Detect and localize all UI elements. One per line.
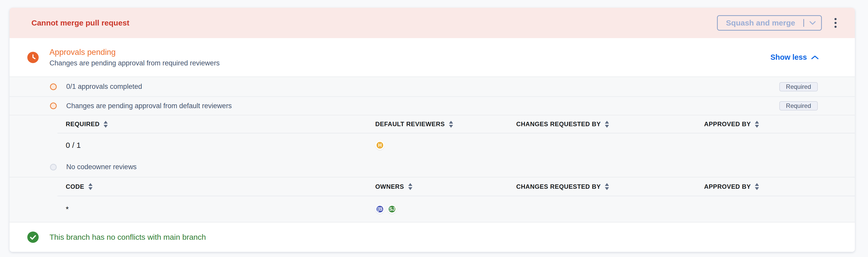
merge-options-chevron[interactable]	[804, 21, 821, 25]
check-row-approvals-count: 0/1 approvals completed Required	[9, 76, 855, 96]
sort-icon	[449, 121, 453, 128]
check-row-codeowners: No codeowner reviews	[9, 157, 855, 178]
reviewers-panel: REQUIRED DEFAULT REVIEWERS CHANGES REQUE…	[9, 115, 855, 222]
table-row: * [B SJ	[58, 196, 855, 222]
kebab-dot	[835, 18, 837, 20]
chevron-up-icon	[811, 55, 819, 60]
kebab-menu-button[interactable]	[832, 16, 839, 30]
column-header-changes-requested-by[interactable]: CHANGES REQUESTED BY	[516, 183, 704, 190]
approvals-pending-title: Approvals pending	[50, 46, 770, 58]
column-header-approved-by[interactable]: APPROVED BY	[704, 183, 855, 190]
sort-icon	[755, 183, 759, 190]
banner-title: Cannot merge pull request	[31, 19, 717, 27]
avatar[interactable]: [B	[375, 204, 384, 214]
merge-checks-card: Cannot merge pull request Squash and mer…	[9, 8, 855, 252]
show-less-label: Show less	[770, 53, 807, 62]
column-header-required[interactable]: REQUIRED	[58, 121, 375, 128]
sort-icon	[755, 121, 759, 128]
sort-icon	[605, 121, 609, 128]
no-conflicts-message: This branch has no conflicts with main b…	[50, 233, 206, 242]
neutral-circle-icon	[50, 164, 57, 170]
required-count-cell: 0 / 1	[58, 141, 375, 150]
required-badge: Required	[779, 101, 818, 110]
required-badge: Required	[779, 82, 818, 91]
pending-circle-icon	[50, 84, 57, 90]
no-conflicts-row: This branch has no conflicts with main b…	[9, 222, 855, 252]
merge-button-label: Squash and merge	[718, 19, 803, 27]
cannot-merge-banner: Cannot merge pull request Squash and mer…	[9, 8, 855, 38]
check-label: Changes are pending approval from defaul…	[66, 102, 232, 110]
squash-and-merge-button[interactable]: Squash and merge	[717, 15, 822, 31]
avatar[interactable]: H	[375, 140, 384, 150]
default-reviewers-cell: H	[375, 140, 516, 150]
column-header-code[interactable]: CODE	[58, 183, 375, 190]
success-check-icon	[27, 231, 39, 243]
pending-circle-icon	[50, 102, 57, 109]
required-reviewers-table: REQUIRED DEFAULT REVIEWERS CHANGES REQUE…	[58, 116, 855, 157]
kebab-dot	[835, 26, 837, 28]
check-row-default-reviewers: Changes are pending approval from defaul…	[9, 96, 855, 115]
chevron-down-icon	[809, 21, 816, 25]
show-less-link[interactable]: Show less	[770, 53, 819, 62]
clock-pending-icon	[27, 52, 39, 63]
sort-icon	[103, 121, 108, 128]
approvals-pending-subtitle: Changes are pending approval from requir…	[50, 58, 770, 68]
kebab-dot	[835, 22, 837, 24]
column-header-default-reviewers[interactable]: DEFAULT REVIEWERS	[375, 121, 516, 128]
column-header-approved-by[interactable]: APPROVED BY	[704, 121, 855, 128]
approvals-pending-section-header: Approvals pending Changes are pending ap…	[9, 38, 855, 76]
column-header-changes-requested-by[interactable]: CHANGES REQUESTED BY	[516, 121, 704, 128]
avatar[interactable]: SJ	[388, 204, 397, 214]
column-header-owners[interactable]: OWNERS	[375, 183, 516, 190]
owners-cell: [B SJ	[375, 204, 516, 214]
sort-icon	[408, 183, 412, 190]
sort-icon	[88, 183, 93, 190]
table-row: 0 / 1 H	[58, 133, 855, 157]
table-header-row: CODE OWNERS CHANGES REQUESTED BY APPROVE…	[58, 178, 855, 196]
code-pattern-cell: *	[58, 205, 375, 214]
codeowners-table: CODE OWNERS CHANGES REQUESTED BY APPROVE…	[58, 178, 855, 222]
check-label: No codeowner reviews	[66, 163, 136, 171]
check-label: 0/1 approvals completed	[66, 83, 142, 91]
table-header-row: REQUIRED DEFAULT REVIEWERS CHANGES REQUE…	[58, 116, 855, 133]
sort-icon	[605, 183, 609, 190]
approvals-titles: Approvals pending Changes are pending ap…	[50, 46, 770, 68]
